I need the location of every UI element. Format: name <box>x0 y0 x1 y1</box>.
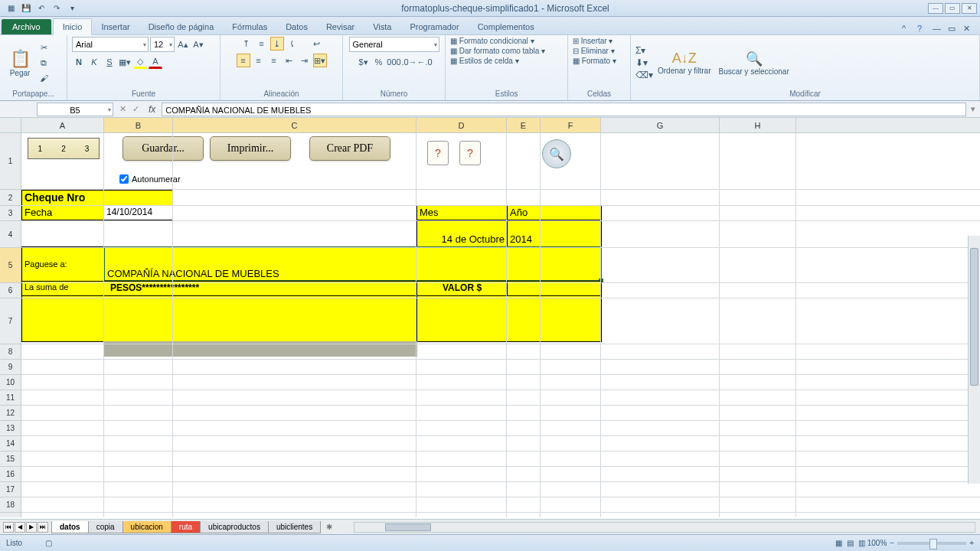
sort-filter-button[interactable]: A↓Z Ordenar y filtrar <box>655 49 714 77</box>
format-as-table-button[interactable]: ▦ Dar formato como tabla ▾ <box>450 47 545 55</box>
save-icon[interactable]: 💾 <box>20 2 32 15</box>
sheet-first-icon[interactable]: ⏮ <box>3 522 14 533</box>
win-restore-icon[interactable]: ▭ <box>948 24 959 34</box>
help1-icon[interactable]: ? <box>427 141 449 165</box>
row-header-7[interactable]: 7 <box>0 298 21 344</box>
row-header-18[interactable]: 18 <box>0 497 21 513</box>
name-box[interactable]: B5 <box>37 103 113 116</box>
cell-B2[interactable] <box>103 190 173 206</box>
row-header-13[interactable]: 13 <box>0 421 21 436</box>
delete-cells-button[interactable]: ⊟ Eliminar ▾ <box>573 47 615 55</box>
imprimir-button[interactable]: Imprimir... <box>210 136 291 161</box>
number-format-combo[interactable]: General <box>349 37 439 52</box>
cell-B3[interactable]: 14/10/2014 <box>103 205 173 220</box>
wrap-text-icon[interactable]: ↩ <box>310 37 324 51</box>
horizontal-scrollbar[interactable] <box>354 522 975 533</box>
fx-icon[interactable]: fx <box>142 104 162 115</box>
crear-pdf-button[interactable]: Crear PDF <box>309 136 390 161</box>
cell-A7[interactable] <box>21 295 104 342</box>
zoom-in-icon[interactable]: + <box>969 539 974 547</box>
paste-button[interactable]: 📋 Pegar <box>5 47 35 79</box>
col-header-G[interactable]: G <box>601 118 720 132</box>
cell-D7[interactable] <box>416 295 602 342</box>
align-center-icon[interactable]: ≡ <box>252 54 266 67</box>
cell-A5[interactable]: Paguese a: <box>21 246 104 282</box>
formula-input[interactable]: COMPAÑÍA NACIONAL DE MUEBLES <box>162 103 966 116</box>
align-right-icon[interactable]: ≡ <box>267 54 281 67</box>
row-header-17[interactable]: 17 <box>0 482 21 497</box>
help-icon[interactable]: ? <box>917 24 928 34</box>
borders-icon[interactable]: ▦▾ <box>118 55 132 69</box>
row-header-8[interactable]: 8 <box>0 344 21 360</box>
cell-grid[interactable]: 123 Guardar... Imprimir... Crear PDF ? ?… <box>21 133 980 517</box>
row-header-5[interactable]: 5 <box>0 248 21 283</box>
font-name-combo[interactable]: Arial <box>72 37 149 52</box>
row-header-1[interactable]: 1 <box>0 133 21 190</box>
percent-icon[interactable]: % <box>372 55 386 69</box>
qat-more-icon[interactable]: ▾ <box>66 2 78 15</box>
tab-formulas[interactable]: Fórmulas <box>223 19 276 34</box>
cell-B5[interactable]: COMPAÑÍA NACIONAL DE MUEBLES <box>103 246 602 282</box>
cell-E4[interactable]: 2014 <box>507 220 602 247</box>
cell-A3[interactable]: Fecha <box>21 205 104 220</box>
tab-vista[interactable]: Vista <box>364 19 400 34</box>
help2-icon[interactable]: ? <box>459 141 481 165</box>
row-header-6[interactable]: 6 <box>0 283 21 298</box>
minimize-ribbon-icon[interactable]: ^ <box>902 24 913 34</box>
sheet-tab-ruta[interactable]: ruta <box>171 521 201 533</box>
view-normal-icon[interactable]: ▦ <box>833 539 844 547</box>
zoom-level[interactable]: 100% <box>867 539 887 547</box>
col-header-F[interactable]: F <box>541 118 601 132</box>
find-select-button[interactable]: 🔍 Buscar y seleccionar <box>715 49 792 77</box>
minimize-button[interactable]: — <box>928 3 943 14</box>
conditional-format-button[interactable]: ▦ Formato condicional ▾ <box>450 37 534 45</box>
bold-button[interactable]: N <box>72 55 86 69</box>
macro-record-icon[interactable]: ▢ <box>45 539 52 547</box>
dec-decimal-icon[interactable]: ←.0 <box>418 55 432 69</box>
cell-B6[interactable]: PESOS**************** <box>103 281 417 296</box>
zoom-slider[interactable] <box>897 542 966 545</box>
cell-E6[interactable] <box>507 281 602 296</box>
comma-icon[interactable]: 000 <box>387 55 401 69</box>
row-header-3[interactable]: 3 <box>0 206 21 221</box>
tab-revisar[interactable]: Revisar <box>317 19 364 34</box>
tab-insertar[interactable]: Insertar <box>92 19 139 34</box>
zoom-out-icon[interactable]: − <box>890 539 894 547</box>
expand-formula-icon[interactable]: ▾ <box>966 104 980 114</box>
tab-programador[interactable]: Programador <box>400 19 468 34</box>
win-close-icon[interactable]: ✕ <box>963 24 974 34</box>
col-header-D[interactable]: D <box>416 118 507 132</box>
view-pagebreak-icon[interactable]: ▥ <box>856 539 867 547</box>
redo-icon[interactable]: ↷ <box>51 2 63 15</box>
align-left-icon[interactable]: ≡ <box>237 54 250 67</box>
merge-icon[interactable]: ⊞▾ <box>313 54 327 67</box>
copy-icon[interactable]: ⧉ <box>37 56 51 70</box>
cancel-icon[interactable]: ✕ <box>116 104 129 114</box>
tab-complementos[interactable]: Complementos <box>469 19 544 34</box>
guardar-button[interactable]: Guardar... <box>122 136 204 161</box>
col-header-H[interactable]: H <box>720 118 796 132</box>
align-middle-icon[interactable]: ≡ <box>255 37 269 51</box>
grow-font-icon[interactable]: A▴ <box>176 37 190 51</box>
sheet-next-icon[interactable]: ▶ <box>26 522 37 533</box>
row-header-4[interactable]: 4 <box>0 221 21 248</box>
vertical-scrollbar[interactable] <box>968 236 980 484</box>
undo-icon[interactable]: ↶ <box>35 2 47 15</box>
tab-inicio[interactable]: Inicio <box>53 18 93 35</box>
row-header-12[interactable]: 12 <box>0 406 21 421</box>
font-size-combo[interactable]: 12 <box>150 37 175 52</box>
format-painter-icon[interactable]: 🖌 <box>37 71 51 85</box>
sheet-prev-icon[interactable]: ◀ <box>15 522 25 533</box>
cell-D4[interactable]: 14 de Octubre <box>416 220 508 247</box>
new-sheet-icon[interactable]: ✱ <box>320 523 338 531</box>
enter-icon[interactable]: ✓ <box>129 104 142 114</box>
fill-icon[interactable]: ⬇▾ <box>635 57 653 68</box>
tab-diseno[interactable]: Diseño de página <box>139 19 224 34</box>
indent-dec-icon[interactable]: ⇤ <box>283 54 296 67</box>
col-header-E[interactable]: E <box>507 118 541 132</box>
hscroll-thumb[interactable] <box>385 523 431 531</box>
autonumerar-checkbox[interactable]: Autonumerar <box>119 174 181 184</box>
cell-E3[interactable]: Año <box>507 205 602 220</box>
sheet-last-icon[interactable]: ⏭ <box>38 522 48 533</box>
align-bottom-icon[interactable]: ⤓ <box>270 37 284 51</box>
